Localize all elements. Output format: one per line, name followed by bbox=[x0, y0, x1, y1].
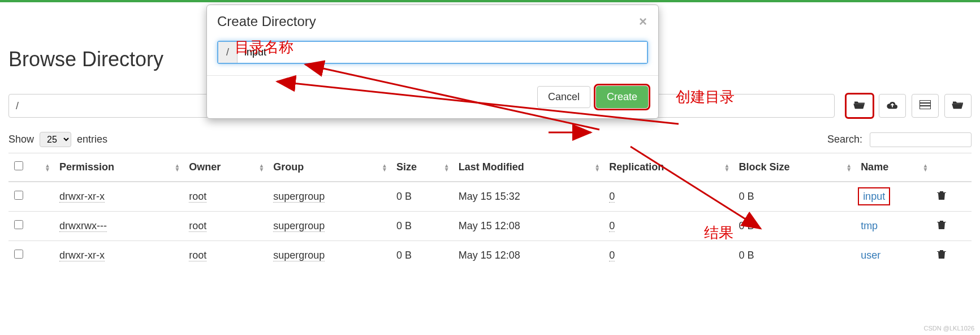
modal-header: Create Directory × bbox=[207, 5, 658, 35]
entries-select[interactable]: 25 bbox=[40, 132, 71, 147]
search-control: Search: bbox=[827, 132, 972, 147]
owner-cell[interactable]: root bbox=[189, 220, 206, 232]
directory-input-group: / bbox=[217, 41, 648, 64]
name-link[interactable]: user bbox=[861, 250, 880, 261]
folder-cut-icon: ✂ bbox=[952, 100, 964, 113]
sort-icon: ▲▼ bbox=[846, 164, 852, 171]
create-button[interactable]: Create bbox=[596, 86, 648, 108]
entries-control: Show 25 entries bbox=[8, 132, 107, 147]
sort-icon[interactable]: ▲▼ bbox=[45, 164, 50, 171]
list-view-button[interactable] bbox=[912, 94, 939, 118]
directory-name-input[interactable] bbox=[238, 42, 647, 63]
blocksize-cell: 0 B bbox=[733, 182, 856, 212]
permission-cell[interactable]: drwxr-xr-x bbox=[59, 191, 105, 203]
list-icon bbox=[919, 100, 931, 112]
tool-buttons: ✂ bbox=[846, 94, 972, 118]
upload-button[interactable] bbox=[879, 94, 906, 118]
path-prefix: / bbox=[218, 42, 238, 63]
sort-icon: ▲▼ bbox=[174, 164, 180, 171]
sort-icon: ▲▼ bbox=[594, 164, 600, 171]
col-last-modified[interactable]: Last Modified▲▼ bbox=[453, 153, 603, 182]
trash-icon[interactable] bbox=[937, 249, 946, 261]
col-replication[interactable]: Replication▲▼ bbox=[603, 153, 733, 182]
watermark: CSDN @LKL1026 bbox=[924, 325, 974, 332]
row-checkbox[interactable] bbox=[14, 191, 23, 200]
row-checkbox[interactable] bbox=[14, 250, 23, 259]
col-permission[interactable]: Permission▲▼ bbox=[54, 153, 183, 182]
svg-rect-0 bbox=[919, 100, 931, 109]
modified-cell: May 15 12:08 bbox=[453, 212, 603, 241]
blocksize-cell: 0 B bbox=[733, 241, 856, 270]
cloud-upload-icon bbox=[886, 100, 899, 113]
sort-icon: ▲▼ bbox=[922, 164, 928, 171]
svg-text:✂: ✂ bbox=[960, 101, 963, 106]
owner-cell[interactable]: root bbox=[189, 191, 206, 203]
sort-icon: ▲▼ bbox=[444, 164, 450, 171]
size-cell: 0 B bbox=[391, 241, 453, 270]
col-size[interactable]: Size▲▼ bbox=[391, 153, 453, 182]
select-all-checkbox[interactable] bbox=[14, 161, 23, 170]
search-label: Search: bbox=[827, 134, 862, 145]
group-cell[interactable]: supergroup bbox=[273, 220, 325, 232]
table-row: drwxr-xr-xrootsupergroup0 BMay 15 12:080… bbox=[8, 241, 972, 270]
permission-cell[interactable]: drwxrwx--- bbox=[59, 220, 107, 232]
replication-cell[interactable]: 0 bbox=[609, 191, 615, 203]
size-cell: 0 B bbox=[391, 182, 453, 212]
group-cell[interactable]: supergroup bbox=[273, 250, 325, 261]
modified-cell: May 15 15:32 bbox=[453, 182, 603, 212]
replication-cell[interactable]: 0 bbox=[609, 220, 615, 232]
group-cell[interactable]: supergroup bbox=[273, 191, 325, 203]
blocksize-cell: 0 B bbox=[733, 212, 856, 241]
folder-open-icon bbox=[853, 100, 866, 113]
name-link[interactable]: tmp bbox=[861, 220, 878, 231]
modal-title: Create Directory bbox=[217, 14, 316, 29]
cut-button[interactable]: ✂ bbox=[944, 94, 972, 118]
close-icon[interactable]: × bbox=[639, 14, 647, 29]
modal-body: / bbox=[207, 35, 658, 75]
trash-icon[interactable] bbox=[937, 190, 946, 203]
replication-cell[interactable]: 0 bbox=[609, 250, 615, 261]
file-table: ▲▼ Permission▲▼ Owner▲▼ Group▲▼ Size▲▼ L… bbox=[8, 153, 972, 270]
permission-cell[interactable]: drwxr-xr-x bbox=[59, 250, 105, 261]
sort-icon: ▲▼ bbox=[258, 164, 264, 171]
row-checkbox[interactable] bbox=[14, 220, 23, 229]
trash-icon[interactable] bbox=[937, 220, 946, 232]
table-body: drwxr-xr-xrootsupergroup0 BMay 15 15:320… bbox=[8, 182, 972, 270]
entries-label: entries bbox=[77, 134, 107, 145]
col-owner[interactable]: Owner▲▼ bbox=[183, 153, 267, 182]
col-block-size[interactable]: Block Size▲▼ bbox=[733, 153, 856, 182]
size-cell: 0 B bbox=[391, 212, 453, 241]
search-input[interactable] bbox=[870, 132, 972, 147]
modified-cell: May 15 12:08 bbox=[453, 241, 603, 270]
show-label: Show bbox=[8, 134, 34, 145]
table-row: drwxr-xr-xrootsupergroup0 BMay 15 15:320… bbox=[8, 182, 972, 212]
owner-cell[interactable]: root bbox=[189, 250, 206, 261]
name-link[interactable]: input bbox=[861, 190, 887, 203]
col-name[interactable]: Name▲▼ bbox=[855, 153, 931, 182]
sort-icon: ▲▼ bbox=[724, 164, 730, 171]
create-directory-modal: Create Directory × / Cancel Create bbox=[206, 5, 659, 119]
col-group[interactable]: Group▲▼ bbox=[267, 153, 391, 182]
modal-footer: Cancel Create bbox=[207, 75, 658, 118]
new-folder-button[interactable] bbox=[846, 94, 873, 118]
table-row: drwxrwx---rootsupergroup0 BMay 15 12:080… bbox=[8, 212, 972, 241]
table-controls: Show 25 entries Search: bbox=[0, 132, 980, 147]
sort-icon: ▲▼ bbox=[382, 164, 387, 171]
cancel-button[interactable]: Cancel bbox=[537, 86, 590, 108]
